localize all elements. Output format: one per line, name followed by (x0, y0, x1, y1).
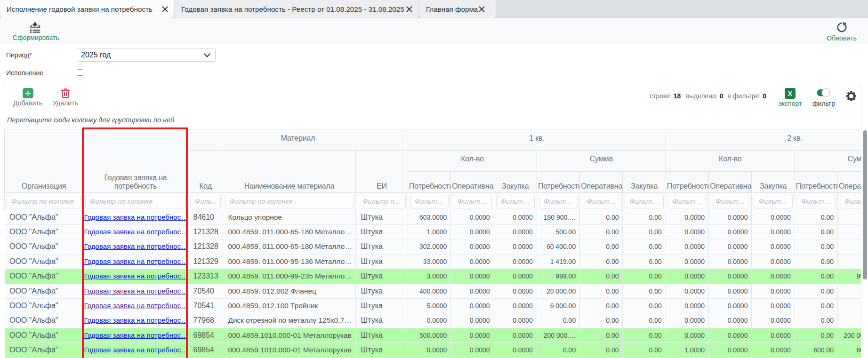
svg-text:X: X (788, 90, 793, 97)
